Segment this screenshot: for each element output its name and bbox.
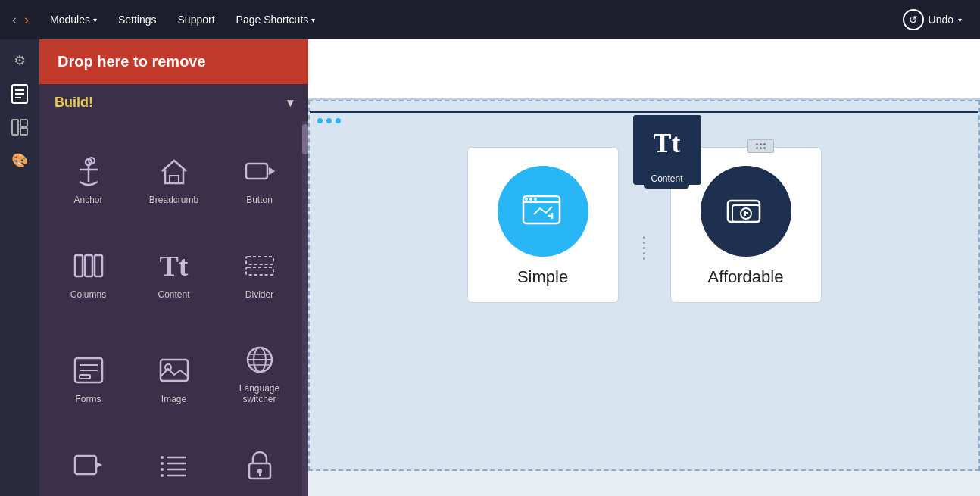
sidebar-scroll-thumb[interactable] bbox=[302, 124, 308, 154]
svg-rect-10 bbox=[246, 164, 267, 179]
modules-label: Modules bbox=[50, 14, 90, 26]
corner-dot-1 bbox=[317, 118, 323, 123]
svg-point-42 bbox=[529, 198, 532, 201]
top-navigation: ‹ › Modules ▾ Settings Support Page Shor… bbox=[0, 0, 980, 39]
columns-label: Columns bbox=[70, 289, 106, 300]
columns-icon bbox=[72, 247, 105, 285]
settings-menu[interactable]: Settings bbox=[109, 9, 166, 30]
sidebar-scrollbar[interactable] bbox=[302, 121, 308, 496]
page-icon[interactable] bbox=[5, 79, 35, 109]
drop-zone-label: Drop here to remove bbox=[58, 53, 206, 70]
page-shortcuts-menu[interactable]: Page Shortcuts ▾ bbox=[227, 9, 325, 30]
support-menu[interactable]: Support bbox=[169, 9, 224, 30]
content-tt-icon: Tt bbox=[160, 247, 189, 285]
content-tooltip-tt-icon: Tt bbox=[633, 115, 701, 171]
main-layout: ⚙ 🎨 Drop here to remove Build! ▾ bbox=[0, 39, 980, 496]
svg-point-35 bbox=[161, 474, 164, 477]
widget-list[interactable] bbox=[131, 412, 217, 496]
undo-button[interactable]: ↺ Undo ▾ bbox=[894, 5, 971, 35]
breadcrumb-label: Breadcrumb bbox=[149, 195, 198, 205]
widget-image[interactable]: Image bbox=[131, 307, 217, 413]
svg-rect-15 bbox=[246, 267, 273, 275]
gear-icon[interactable]: ⚙ bbox=[5, 45, 35, 76]
widget-arrow[interactable] bbox=[45, 412, 131, 496]
svg-rect-6 bbox=[20, 128, 27, 135]
simple-card-circle bbox=[498, 166, 588, 257]
drag-handle[interactable] bbox=[747, 139, 774, 153]
modules-caret-icon: ▾ bbox=[93, 16, 97, 24]
page-shortcuts-caret-icon: ▾ bbox=[311, 16, 315, 24]
forms-label: Forms bbox=[76, 394, 101, 404]
svg-rect-5 bbox=[20, 120, 27, 126]
widget-content[interactable]: Tt Content bbox=[131, 213, 217, 307]
corner-dot-3 bbox=[336, 118, 341, 123]
svg-rect-11 bbox=[75, 255, 83, 276]
widget-grid: Anchor Breadcrumb bbox=[39, 118, 308, 496]
build-chevron-icon[interactable]: ▾ bbox=[287, 95, 293, 110]
svg-point-37 bbox=[257, 469, 262, 473]
widget-breadcrumb[interactable]: Breadcrumb bbox=[131, 118, 217, 213]
language-switcher-label: Language switcher bbox=[223, 383, 296, 404]
canvas-area: Tt Content bbox=[308, 39, 980, 496]
drag-handle-dots bbox=[756, 143, 766, 149]
home-icon bbox=[158, 152, 191, 190]
content-tooltip[interactable]: Tt Content bbox=[633, 115, 701, 185]
forms-icon bbox=[72, 351, 105, 389]
affordable-card-circle bbox=[701, 166, 791, 257]
widget-language-switcher[interactable]: Language switcher bbox=[217, 307, 302, 413]
affordable-card-title: Affordable bbox=[708, 267, 784, 287]
corner-dot-2 bbox=[326, 118, 332, 123]
svg-rect-14 bbox=[246, 257, 273, 264]
nav-left-arrow[interactable]: ‹ bbox=[9, 11, 20, 30]
simple-card-title: Simple bbox=[517, 267, 568, 287]
divider-label: Divider bbox=[245, 289, 273, 300]
widget-columns[interactable]: Columns bbox=[45, 213, 131, 307]
anchor-icon bbox=[72, 152, 105, 190]
canvas-sub-border bbox=[310, 114, 978, 114]
svg-point-43 bbox=[534, 198, 537, 201]
list-icon bbox=[158, 446, 191, 484]
svg-point-33 bbox=[161, 462, 164, 465]
canvas-top-strip bbox=[308, 39, 980, 100]
modules-menu[interactable]: Modules ▾ bbox=[41, 9, 106, 30]
icon-strip: ⚙ 🎨 bbox=[0, 39, 39, 496]
build-header: Build! ▾ bbox=[39, 84, 308, 118]
widget-lock[interactable] bbox=[217, 412, 302, 496]
anchor-label: Anchor bbox=[73, 195, 102, 205]
drop-zone[interactable]: Drop here to remove bbox=[39, 39, 308, 84]
canvas-top-border bbox=[310, 111, 978, 113]
canvas-content[interactable]: Tt Content bbox=[308, 100, 980, 471]
feature-card-simple: Simple bbox=[467, 147, 619, 303]
widget-button[interactable]: Button bbox=[217, 118, 302, 213]
build-label: Build! bbox=[55, 95, 93, 111]
button-label: Button bbox=[246, 195, 273, 205]
undo-icon: ↺ bbox=[903, 9, 924, 30]
svg-point-41 bbox=[525, 198, 528, 201]
globe-icon bbox=[243, 341, 276, 379]
nav-right-arrow[interactable]: › bbox=[21, 11, 32, 30]
button-icon bbox=[243, 152, 276, 190]
vertical-divider bbox=[641, 192, 648, 303]
undo-caret-icon: ▾ bbox=[958, 16, 962, 24]
image-icon bbox=[158, 351, 191, 389]
svg-rect-27 bbox=[75, 456, 96, 474]
content-tooltip-label: Content bbox=[644, 169, 688, 189]
image-label: Image bbox=[161, 394, 186, 404]
divider-icon bbox=[243, 247, 276, 285]
arrow-icon bbox=[72, 446, 105, 484]
page-shortcuts-label: Page Shortcuts bbox=[236, 14, 309, 26]
corner-dots bbox=[317, 118, 341, 123]
svg-rect-12 bbox=[85, 255, 92, 276]
widget-forms[interactable]: Forms bbox=[45, 307, 131, 413]
widget-anchor[interactable]: Anchor bbox=[45, 118, 131, 213]
support-label: Support bbox=[178, 14, 215, 26]
undo-label: Undo bbox=[929, 14, 953, 26]
svg-rect-9 bbox=[170, 176, 179, 183]
widget-divider[interactable]: Divider bbox=[217, 213, 302, 307]
palette-icon[interactable]: 🎨 bbox=[5, 145, 35, 176]
nav-arrows: ‹ › bbox=[9, 11, 32, 30]
lock-icon bbox=[243, 446, 276, 484]
layout-icon[interactable] bbox=[5, 112, 35, 142]
content-label: Content bbox=[158, 289, 189, 300]
svg-point-32 bbox=[161, 456, 164, 459]
